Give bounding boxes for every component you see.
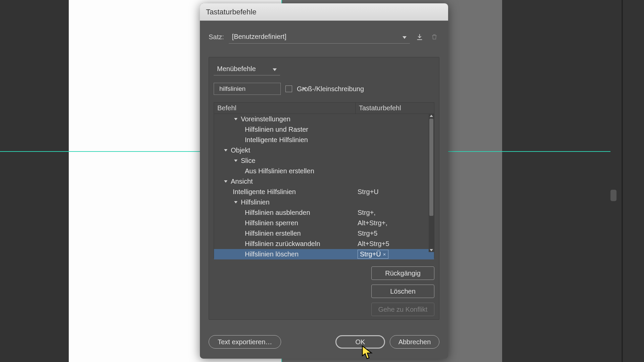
- dialog-titlebar[interactable]: Tastaturbefehle: [200, 3, 448, 21]
- tree-group-row[interactable]: Slice: [214, 156, 434, 166]
- disclosure-triangle-icon[interactable]: [233, 201, 239, 203]
- tree-item-row[interactable]: Aus Hilfslinien erstellen: [214, 166, 434, 176]
- row-shortcut: Alt+Strg+5: [356, 240, 428, 248]
- row-label: Hilfslinien und Raster: [245, 126, 308, 133]
- row-label: Hilfslinien zurückwandeln: [245, 240, 320, 248]
- tree-group-row[interactable]: Ansicht: [214, 176, 434, 187]
- tree-item-row[interactable]: Hilfslinien sperrenAlt+Strg+,: [214, 218, 434, 228]
- scroll-down-arrow-icon[interactable]: [430, 249, 433, 251]
- tree-group-row[interactable]: Voreinstellungen: [214, 114, 434, 124]
- row-shortcut: Strg+5: [356, 230, 428, 237]
- cancel-button[interactable]: Abbrechen: [390, 335, 439, 349]
- scope-select-value: Menübefehle: [217, 65, 256, 73]
- shortcut-edit-field[interactable]: Strg+Ü×: [358, 250, 388, 259]
- disclosure-triangle-icon[interactable]: [233, 118, 239, 120]
- row-label: Hilfslinien löschen: [245, 250, 299, 258]
- case-checkbox[interactable]: [285, 85, 292, 92]
- search-input-wrapper: ✕: [214, 83, 281, 95]
- scope-select[interactable]: Menübefehle: [214, 63, 280, 75]
- disclosure-triangle-icon[interactable]: [223, 180, 229, 183]
- row-label: Hilfslinien sperren: [245, 219, 298, 227]
- table-body: VoreinstellungenHilfslinien und RasterIn…: [214, 114, 434, 252]
- panel-resize-knob[interactable]: [610, 190, 616, 201]
- chevron-down-icon: [273, 65, 277, 73]
- row-shortcut: Strg+,: [356, 209, 428, 217]
- dialog-title: Tastaturbefehle: [206, 8, 256, 16]
- row-label: Ansicht: [231, 178, 253, 185]
- tree-item-row[interactable]: Hilfslinien ausblendenStrg+,: [214, 207, 434, 218]
- panel-seam: [622, 0, 623, 362]
- export-text-button[interactable]: Text exportieren…: [209, 335, 281, 349]
- row-label: Intelligente Hilfslinien: [233, 188, 296, 196]
- ok-button[interactable]: OK: [335, 335, 385, 349]
- row-shortcut: Alt+Strg+,: [356, 219, 428, 227]
- row-shortcut[interactable]: Strg+Ü×: [356, 250, 428, 259]
- disclosure-triangle-icon[interactable]: [223, 149, 229, 152]
- case-label: Groß-/Kleinschreibung: [297, 85, 364, 93]
- scroll-thumb[interactable]: [429, 119, 433, 216]
- goto-conflict-button: Gehe zu Konflikt: [371, 303, 434, 316]
- set-label: Satz:: [209, 33, 224, 41]
- row-label: Intelligente Hilfslinien: [245, 136, 308, 144]
- row-label: Objekt: [231, 146, 250, 154]
- keyboard-shortcuts-dialog: Tastaturbefehle Satz: [Benutzerdefiniert…: [200, 3, 448, 359]
- col-shortcut[interactable]: Tastaturbefehl: [356, 103, 434, 114]
- scroll-up-arrow-icon[interactable]: [430, 115, 433, 117]
- disclosure-triangle-icon[interactable]: [233, 160, 239, 162]
- col-command[interactable]: Befehl: [214, 103, 356, 114]
- row-label: Aus Hilfslinien erstellen: [245, 167, 314, 175]
- set-select-value: [Benutzerdefiniert]: [232, 33, 286, 41]
- row-label: Hilfslinien erstellen: [245, 230, 301, 237]
- undo-button[interactable]: Rückgängig: [371, 266, 434, 280]
- tree-item-row[interactable]: Hilfslinien zurückwandelnAlt+Strg+5: [214, 239, 434, 249]
- vertical-scrollbar[interactable]: [429, 114, 434, 252]
- commands-table: Befehl Tastaturbefehl VoreinstellungenHi…: [214, 102, 434, 258]
- app-dark-column-left: [0, 0, 69, 362]
- commands-panel: Menübefehle ✕ Groß-/Kleinschreibung Befe…: [209, 57, 439, 320]
- tree-item-row[interactable]: Hilfslinien löschenStrg+Ü×: [214, 249, 434, 259]
- tree-group-row[interactable]: Objekt: [214, 145, 434, 156]
- row-shortcut: Strg+U: [356, 188, 428, 196]
- chevron-down-icon: [402, 33, 407, 41]
- tree-item-row[interactable]: Hilfslinien erstellenStrg+5: [214, 228, 434, 239]
- delete-set-icon: [429, 32, 439, 42]
- row-label: Hilfslinien ausblenden: [245, 209, 310, 217]
- tree-item-row[interactable]: Hilfslinien und Raster: [214, 124, 434, 135]
- tree-item-row[interactable]: Intelligente HilfslinienStrg+U: [214, 187, 434, 197]
- clear-shortcut-icon[interactable]: ×: [383, 251, 386, 257]
- row-label: Hilfslinien: [241, 198, 270, 206]
- save-set-icon[interactable]: [415, 32, 425, 42]
- table-header: Befehl Tastaturbefehl: [214, 103, 434, 114]
- row-label: Voreinstellungen: [241, 115, 290, 123]
- set-select[interactable]: [Benutzerdefiniert]: [229, 30, 410, 44]
- delete-button[interactable]: Löschen: [371, 285, 434, 298]
- tree-group-row[interactable]: Hilfslinien: [214, 197, 434, 207]
- tree-item-row[interactable]: Intelligente Hilfslinien: [214, 135, 434, 145]
- row-label: Slice: [241, 157, 255, 165]
